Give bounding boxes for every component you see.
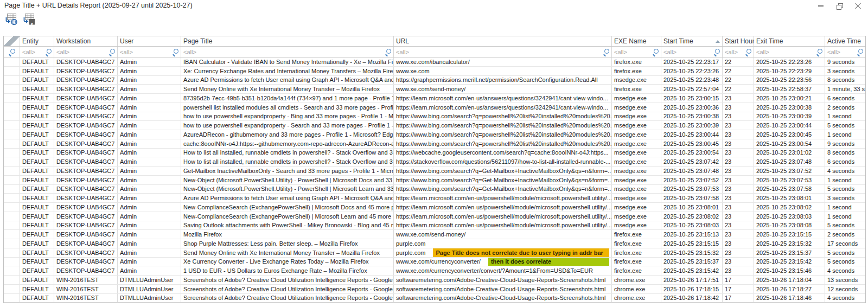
cell-entity: DEFAULT [20, 76, 54, 85]
table-row[interactable]: DEFAULTDESKTOP-UAB4GC7AdminNew-Complianc… [4, 212, 865, 221]
cell-text: firefox.exe [614, 250, 642, 256]
cell-text: 2025-10-25 23:00:54 [663, 149, 719, 156]
cell-text: 23 [725, 95, 731, 101]
table-row[interactable]: DEFAULTDESKTOP-UAB4GC7Admincache:8oooINN… [4, 139, 865, 149]
filter-exit_time[interactable]: <all> [754, 47, 825, 57]
search-icon[interactable] [45, 49, 52, 55]
cell-url: https://www.bing.com/search?q=powershell… [394, 112, 612, 121]
table-row[interactable]: DEFAULTDESKTOP-UAB4GC7AdminNew-Object (M… [4, 185, 865, 194]
table-row[interactable]: DEFAULTDESKTOP-UAB4GC7AdminAzure AD Perm… [4, 76, 865, 85]
cell-active_time: 2 seconds [825, 230, 865, 239]
filter-active_time[interactable]: <all> [825, 47, 865, 57]
filter-exe_name[interactable]: <all> [612, 47, 661, 57]
table-row[interactable]: DEFAULTDESKTOP-UAB4GC7Adminhow to use po… [4, 121, 865, 130]
table-row[interactable]: DEFAULTDESKTOP-UAB4GC7AdminMozilla Firef… [4, 230, 865, 239]
column-header-exe_name[interactable]: EXE Name [612, 36, 661, 46]
search-icon[interactable] [172, 49, 178, 55]
cell-text: 2025-10-25 23:07:48 [756, 158, 812, 165]
table-row[interactable]: DEFAULTDESKTOP-UAB4GC7Admin87395d2b-7ecc… [4, 94, 865, 103]
filter-indicator[interactable] [4, 47, 20, 57]
cell-text: Admin [120, 104, 137, 111]
filter-value: <all> [120, 49, 170, 55]
filter-user[interactable]: <all> [118, 47, 181, 57]
search-icon[interactable] [603, 49, 609, 55]
export-csv-button[interactable]: , [22, 12, 36, 25]
table-row[interactable]: DEFAULTWIN-2016TESTDTMLLUAdminUserScreen… [4, 294, 865, 303]
cell-url: https://learn.microsoft.com/en-us/answer… [394, 103, 612, 112]
table-row[interactable]: DEFAULTDESKTOP-UAB4GC7Admin1 USD to EUR … [4, 266, 865, 276]
table-row[interactable]: DEFAULTDESKTOP-UAB4GC7AdminShop Purple M… [4, 239, 865, 248]
table-row[interactable]: DEFAULTDESKTOP-UAB4GC7AdminIBAN Calculat… [4, 57, 865, 67]
cell-workstation: DESKTOP-UAB4GC7 [54, 239, 118, 248]
table-row[interactable]: DEFAULTDESKTOP-UAB4GC7AdminHow to list a… [4, 157, 865, 167]
table-row[interactable]: DEFAULTDESKTOP-UAB4GC7AdminNew-Object (M… [4, 176, 865, 185]
table-row[interactable]: DEFAULTDESKTOP-UAB4GC7AdminSend Money On… [4, 85, 865, 94]
table-row[interactable]: DEFAULTDESKTOP-UAB4GC7AdminHow to list a… [4, 149, 865, 158]
search-icon[interactable] [385, 49, 391, 55]
search-icon[interactable] [816, 49, 822, 55]
column-header-entity[interactable]: Entity [20, 36, 54, 46]
cell-text: 2025-10-25 23:07:52 [663, 177, 719, 183]
table-row[interactable]: DEFAULTDESKTOP-UAB4GC7Adminpowershell li… [4, 103, 865, 112]
column-header-user[interactable]: User [118, 36, 181, 46]
search-icon[interactable] [652, 49, 659, 55]
cell-text: DEFAULT [22, 295, 49, 301]
table-row[interactable]: DEFAULTDESKTOP-UAB4GC7AdminXe Currency C… [4, 258, 865, 267]
cell-text: msedge.exe [614, 122, 647, 129]
column-header-workstation[interactable]: Workstation [54, 36, 118, 46]
close-button[interactable] [853, 2, 863, 10]
export-table-web-icon [4, 12, 18, 25]
cell-page_title: Get-Mailbox InactiveMailboxOnly - Search… [181, 167, 394, 175]
cell-page_title: 87395d2b-7ecc-49b5-b351-b120da4a144f (73… [181, 94, 394, 103]
cell-text: https://www.bing.com/search?q=powershell… [396, 122, 612, 129]
table-row[interactable]: DEFAULTDESKTOP-UAB4GC7AdminSend Money On… [4, 248, 865, 258]
filter-url[interactable]: <all> [394, 47, 612, 57]
column-header-start_hour[interactable]: Start Hour [723, 36, 754, 46]
cell-text: DTMLLUAdminUser [120, 286, 173, 292]
export-html-button[interactable] [4, 12, 18, 25]
minimize-button[interactable] [816, 2, 826, 10]
cell-text: DEFAULT [22, 131, 49, 138]
cell-start_time: 2025-10-25 23:08:03 [661, 221, 723, 230]
filter-start_hour[interactable]: <all> [723, 47, 754, 57]
table-row[interactable]: DEFAULTDESKTOP-UAB4GC7AdminNew-Complianc… [4, 203, 865, 212]
cell-page_title: Screenshots of Adobe? Creative Cloud Uti… [181, 294, 394, 303]
cell-workstation: DESKTOP-UAB4GC7 [54, 203, 118, 212]
column-header-page_title[interactable]: Page Title [181, 36, 394, 46]
column-header-url[interactable]: URL [394, 36, 612, 46]
cell-entity: DEFAULT [20, 266, 54, 275]
column-header-label: Active Time [827, 37, 861, 45]
cell-text: New-ComplianceSearch (ExchangePowerShell… [183, 213, 394, 220]
cell-text: Admin [120, 240, 137, 247]
table-row[interactable]: DEFAULTDESKTOP-UAB4GC7Adminhow to use po… [4, 112, 865, 121]
cell-page_title: New-Object (Microsoft.PowerShell.Utility… [181, 176, 394, 184]
restore-button[interactable] [834, 2, 844, 10]
table-row[interactable]: DEFAULTWIN-2016TESTDTMLLUAdminUserScreen… [4, 276, 865, 285]
cell-text: 2025-10-25 23:08:03 [756, 213, 812, 220]
cell-exit_time: 2025-10-25 22:23:29 [754, 67, 825, 75]
filter-workstation[interactable]: <all> [54, 47, 118, 57]
table-row[interactable]: DEFAULTDESKTOP-UAB4GC7AdminAzure AD Perm… [4, 194, 865, 203]
cell-text: Admin [120, 122, 137, 129]
table-row[interactable]: DEFAULTWIN-2016TESTDTMLLUAdminUserScreen… [4, 285, 865, 294]
filter-value: <all> [827, 49, 855, 55]
table-row[interactable]: DEFAULTDESKTOP-UAB4GC7AdminAzureADRecon … [4, 130, 865, 139]
search-icon[interactable] [745, 49, 751, 55]
row-indicator [4, 230, 20, 239]
cell-text: 2025-10-26 17:18:15 [663, 286, 719, 292]
table-row[interactable]: DEFAULTDESKTOP-UAB4GC7AdminXe: Currency … [4, 67, 865, 76]
filter-start_time[interactable]: <all> [661, 47, 723, 57]
select-all-corner[interactable] [4, 36, 20, 46]
column-header-start_time[interactable]: Start Time [661, 36, 723, 46]
filter-entity[interactable]: <all> [20, 47, 54, 57]
column-header-active_time[interactable]: Active Time [825, 36, 865, 46]
column-header-exit_time[interactable]: Exit Time [754, 36, 825, 46]
search-icon[interactable] [108, 49, 115, 55]
search-icon[interactable] [713, 49, 720, 55]
table-row[interactable]: DEFAULTDESKTOP-UAB4GC7AdminGet-Mailbox I… [4, 167, 865, 176]
search-icon[interactable] [857, 49, 863, 55]
filter-value: <all> [614, 49, 650, 55]
filter-page_title[interactable]: <all> [181, 47, 394, 57]
table-row[interactable]: DEFAULTDESKTOP-UAB4GC7AdminSaving Outloo… [4, 221, 865, 231]
cell-exe_name: firefox.exe [612, 248, 661, 257]
